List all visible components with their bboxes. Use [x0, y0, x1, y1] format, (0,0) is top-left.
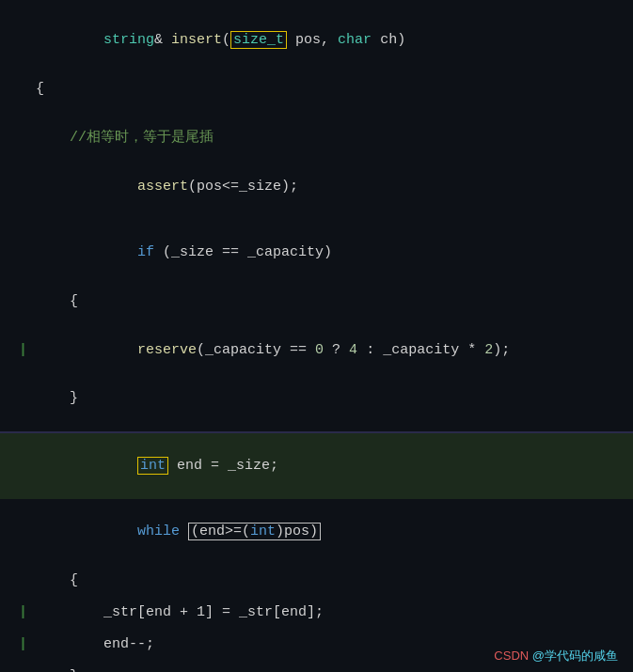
kw-string: string: [103, 32, 154, 48]
keyword-size_t: size_t: [230, 31, 287, 49]
title-content: string& insert(size_t pos, char ch): [36, 8, 405, 73]
code-block: string& insert(size_t pos, char ch) { //…: [0, 0, 633, 672]
gutter-bar-2: |: [19, 602, 30, 623]
line-while-open: {: [0, 565, 633, 597]
code-container: string& insert(size_t pos, char ch) { //…: [0, 0, 633, 672]
line-while: while (end>=(int)pos): [0, 499, 633, 565]
gutter-bar-3: |: [19, 633, 30, 655]
line-blank-1: [0, 105, 633, 122]
line-int-end: int end = _size;: [0, 433, 633, 499]
kw-insert: insert: [171, 32, 222, 48]
gutter-bar-1: |: [19, 339, 30, 361]
footer: CSDN @学代码的咸鱼: [494, 648, 618, 664]
footer-brand: CSDN: [494, 649, 529, 663]
line-blank-2: [0, 414, 633, 431]
line-if-close: }: [0, 383, 633, 414]
line-reserve: | reserve(_capacity == 0 ? 4 : _capacity…: [0, 317, 633, 383]
footer-handle: @学代码的咸鱼: [532, 649, 618, 663]
keyword-int-boxed: int: [137, 457, 168, 475]
line-assert: assert(pos<=_size);: [0, 154, 633, 220]
line-if-open: {: [0, 285, 633, 317]
line-if: if (_size == _capacity): [0, 220, 633, 286]
line-comment: //相等时，等于是尾插: [0, 122, 633, 154]
while-condition-boxed: (end>=(int)pos): [188, 523, 321, 540]
line-title: string& insert(size_t pos, char ch): [0, 8, 633, 73]
line-open-brace: {: [0, 73, 633, 105]
line-str-assign: | _str[end + 1] = _str[end];: [0, 597, 633, 629]
